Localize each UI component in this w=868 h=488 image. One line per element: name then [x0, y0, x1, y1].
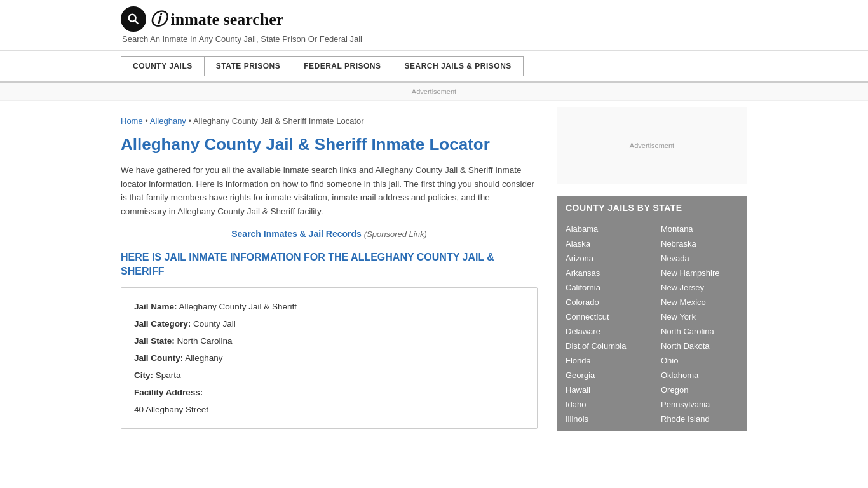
- page-title: Alleghany County Jail & Sheriff Inmate L…: [121, 135, 538, 154]
- page-description: We have gathered for you all the availab…: [121, 163, 538, 218]
- content-area: Home • Alleghany • Alleghany County Jail…: [121, 107, 538, 431]
- state-link[interactable]: New Jersey: [652, 280, 747, 295]
- jail-address-label: Facility Address:: [134, 388, 203, 397]
- state-list-box: COUNTY JAILS BY STATE AlabamaAlaskaArizo…: [557, 196, 747, 431]
- state-link[interactable]: Florida: [557, 353, 652, 368]
- state-link[interactable]: Arizona: [557, 251, 652, 266]
- site-logo-text[interactable]: ⓘ inmate searcher: [150, 8, 283, 30]
- logo-area: ⓘ inmate searcher: [121, 6, 747, 32]
- breadcrumb-home[interactable]: Home: [121, 116, 143, 126]
- state-link[interactable]: Hawaii: [557, 383, 652, 397]
- state-link[interactable]: Montana: [652, 222, 747, 236]
- state-link[interactable]: North Carolina: [652, 324, 747, 339]
- states-right-col: MontanaNebraskaNevadaNew HampshireNew Je…: [652, 222, 747, 426]
- nav-state-prisons[interactable]: STATE PRISONS: [204, 56, 292, 76]
- jail-address-row: Facility Address: 40 Alleghany Street: [134, 384, 524, 418]
- section-heading: HERE IS JAIL INMATE INFORMATION FOR THE …: [121, 250, 538, 279]
- state-link[interactable]: Colorado: [557, 295, 652, 309]
- state-link[interactable]: Alabama: [557, 222, 652, 236]
- state-link[interactable]: New Hampshire: [652, 266, 747, 280]
- top-ad-bar: Advertisement: [0, 83, 868, 101]
- states-left-col: AlabamaAlaskaArizonaArkansasCaliforniaCo…: [557, 222, 652, 426]
- jail-county-row: Jail County: Alleghany: [134, 349, 524, 367]
- site-tagline: Search An Inmate In Any County Jail, Sta…: [122, 34, 747, 44]
- jail-state-value: North Carolina: [177, 336, 233, 346]
- state-link[interactable]: Delaware: [557, 324, 652, 339]
- jail-state-row: Jail State: North Carolina: [134, 332, 524, 349]
- breadcrumb-sep1: •: [145, 116, 149, 126]
- state-list-grid: AlabamaAlaskaArizonaArkansasCaliforniaCo…: [557, 219, 747, 431]
- state-link[interactable]: Dist.of Columbia: [557, 339, 652, 353]
- state-link[interactable]: Alaska: [557, 236, 652, 251]
- sidebar: Advertisement COUNTY JAILS BY STATE Alab…: [557, 107, 747, 431]
- header: ⓘ inmate searcher Search An Inmate In An…: [0, 0, 868, 51]
- jail-address-value: 40 Alleghany Street: [134, 401, 524, 418]
- state-link[interactable]: Connecticut: [557, 309, 652, 324]
- nav-search-jails-prisons[interactable]: SEARCH JAILS & PRISONS: [393, 56, 524, 76]
- state-link[interactable]: Oregon: [652, 383, 747, 397]
- search-link-area: Search Inmates & Jail Records (Sponsored…: [121, 229, 538, 239]
- state-link[interactable]: Pennsylvania: [652, 397, 747, 412]
- state-link[interactable]: Idaho: [557, 397, 652, 412]
- svg-point-0: [129, 15, 136, 22]
- logo-icon: [121, 6, 146, 32]
- nav-bar: COUNTY JAILS STATE PRISONS FEDERAL PRISO…: [0, 51, 868, 83]
- state-link[interactable]: Arkansas: [557, 266, 652, 280]
- state-link[interactable]: New Mexico: [652, 295, 747, 309]
- state-link[interactable]: Ohio: [652, 353, 747, 368]
- svg-line-1: [135, 20, 138, 24]
- nav-federal-prisons[interactable]: FEDERAL PRISONS: [292, 56, 392, 76]
- jail-county-value: Alleghany: [185, 353, 222, 363]
- state-list-title: COUNTY JAILS BY STATE: [557, 196, 747, 219]
- state-link[interactable]: North Dakota: [652, 339, 747, 353]
- jail-city-value: Sparta: [156, 370, 181, 380]
- state-link[interactable]: Illinois: [557, 412, 652, 426]
- state-link[interactable]: Nebraska: [652, 236, 747, 251]
- sidebar-ad: Advertisement: [557, 107, 747, 184]
- search-inmates-link[interactable]: Search Inmates & Jail Records: [231, 229, 362, 239]
- jail-name-row: Jail Name: Alleghany County Jail & Sheri…: [134, 298, 524, 315]
- nav-inner: COUNTY JAILS STATE PRISONS FEDERAL PRISO…: [121, 56, 747, 76]
- jail-city-label: City:: [134, 370, 153, 380]
- state-link[interactable]: California: [557, 280, 652, 295]
- main-layout: Home • Alleghany • Alleghany County Jail…: [0, 107, 868, 431]
- jail-info-box: Jail Name: Alleghany County Jail & Sheri…: [121, 287, 538, 429]
- breadcrumb-alleghany[interactable]: Alleghany: [150, 116, 186, 126]
- breadcrumb-sep2: •: [189, 116, 193, 126]
- jail-category-value: County Jail: [193, 319, 236, 329]
- state-link[interactable]: Georgia: [557, 368, 652, 383]
- jail-category-row: Jail Category: County Jail: [134, 315, 524, 332]
- jail-name-value: Alleghany County Jail & Sheriff: [179, 302, 297, 311]
- jail-county-label: Jail County:: [134, 353, 183, 363]
- jail-category-label: Jail Category:: [134, 319, 191, 329]
- state-link[interactable]: Nevada: [652, 251, 747, 266]
- jail-name-label: Jail Name:: [134, 302, 177, 311]
- state-link[interactable]: Rhode Island: [652, 412, 747, 426]
- sponsored-label: (Sponsored Link): [364, 229, 427, 239]
- breadcrumb: Home • Alleghany • Alleghany County Jail…: [121, 116, 538, 126]
- breadcrumb-current: Alleghany County Jail & Sheriff Inmate L…: [193, 116, 364, 126]
- state-link[interactable]: New York: [652, 309, 747, 324]
- jail-city-row: City: Sparta: [134, 367, 524, 384]
- nav-county-jails[interactable]: COUNTY JAILS: [121, 56, 204, 76]
- state-link[interactable]: Oklahoma: [652, 368, 747, 383]
- jail-state-label: Jail State:: [134, 336, 175, 346]
